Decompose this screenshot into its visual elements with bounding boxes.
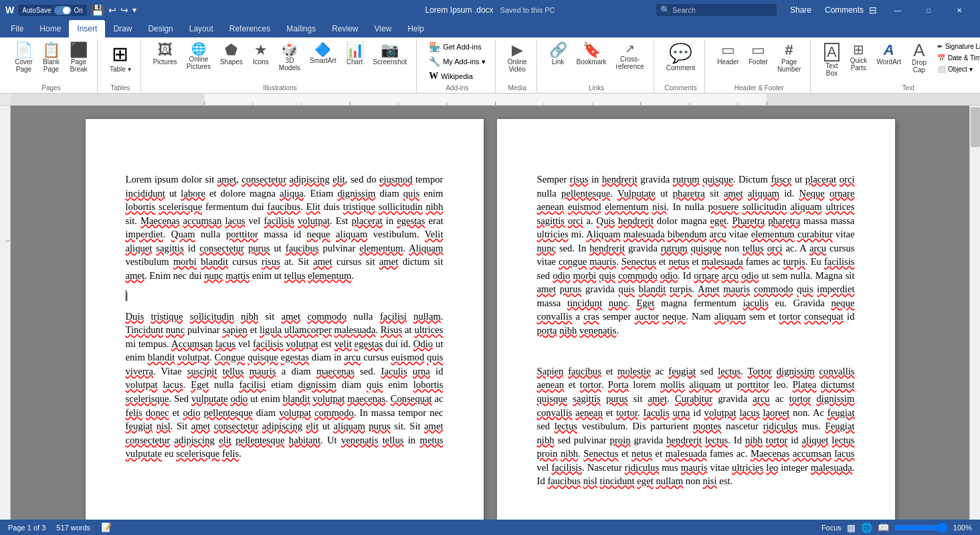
- more-commands[interactable]: ▾: [132, 5, 136, 15]
- close-button[interactable]: ✕: [944, 0, 975, 20]
- spell-elit4: elit: [219, 435, 231, 445]
- zoom-slider[interactable]: [894, 522, 948, 533]
- spell-nullam2: nullam: [656, 475, 683, 486]
- pictures-button[interactable]: 🖼 Pictures: [149, 40, 181, 68]
- tab-help[interactable]: Help: [399, 20, 432, 37]
- blank-page-button[interactable]: 📋 BlankPage: [38, 40, 64, 76]
- page-count: Page 1 of 3: [8, 524, 45, 532]
- object-button[interactable]: ⬜ Object ▾: [933, 64, 980, 74]
- comment-button[interactable]: 💬 Comment: [662, 40, 699, 73]
- status-bar: Page 1 of 3 517 words 📝 Focus ▦ 🌐 📖 100%: [0, 520, 980, 535]
- page-2[interactable]: Semper risus in hendrerit gravida rutrum…: [497, 119, 895, 535]
- tab-design[interactable]: Design: [140, 20, 181, 37]
- page-number-button[interactable]: # PageNumber: [773, 40, 805, 76]
- spell-amet7: amet: [424, 421, 443, 431]
- ribbon-group-comments: 💬 Comment Comments: [657, 40, 705, 93]
- my-addins-button[interactable]: 🔧 My Add-ins ▾: [425, 55, 489, 68]
- web-layout-icon[interactable]: 🌐: [861, 522, 872, 533]
- spell-commodo2: commodo: [314, 407, 354, 418]
- spell-faucibus1: faucibus: [268, 201, 301, 212]
- spell-quis1: quis: [403, 188, 419, 199]
- spell-aliqua: aliqua: [280, 188, 304, 199]
- autosave-badge[interactable]: AutoSave On: [18, 5, 87, 16]
- page-break-button[interactable]: ⬛ PageBreak: [66, 40, 92, 76]
- spell-odio4: odio: [553, 270, 570, 281]
- tab-references[interactable]: References: [221, 20, 278, 37]
- scrollbar-thumb[interactable]: [971, 107, 980, 147]
- 3d-models-button[interactable]: 🎲 3DModels: [275, 40, 304, 74]
- ribbon-toggle[interactable]: ⊟: [869, 5, 877, 15]
- online-video-button[interactable]: ▶ OnlineVideo: [504, 40, 531, 76]
- page-number-icon: #: [785, 43, 793, 58]
- undo-button[interactable]: ↩: [108, 5, 116, 15]
- wordart-button[interactable]: A WordArt: [872, 40, 905, 68]
- spell-odio3: odio: [183, 407, 200, 418]
- text-box-button[interactable]: A TextBox: [819, 40, 844, 80]
- spell-blandit2: blandit: [148, 352, 175, 362]
- chart-button[interactable]: 📊 Chart: [342, 40, 368, 68]
- spell-dignissim2: dignissim: [298, 379, 336, 390]
- tab-view[interactable]: View: [367, 20, 400, 37]
- spell-venenatis2: venenatis: [579, 325, 616, 336]
- spell-amet6: amet: [191, 421, 210, 431]
- footer-button[interactable]: ▭ Footer: [745, 40, 772, 68]
- search-input[interactable]: [656, 4, 777, 16]
- smartart-icon: 🔷: [314, 43, 331, 56]
- online-pictures-button[interactable]: 🌐 OnlinePictures: [183, 40, 215, 73]
- pictures-icon: 🖼: [158, 43, 173, 58]
- focus-button[interactable]: Focus: [821, 524, 842, 532]
- spell-lectus3: lectus: [705, 435, 728, 445]
- spell-scelerisque3: scelerisque: [176, 448, 219, 459]
- print-layout-icon[interactable]: ▦: [847, 522, 856, 533]
- comments-group-label: Comments: [664, 84, 696, 93]
- spell-feugiat2: feugiat: [668, 366, 696, 377]
- page1-para-empty[interactable]: |: [126, 289, 444, 303]
- comments-button[interactable]: Comments: [825, 5, 864, 15]
- maximize-button[interactable]: □: [913, 0, 944, 20]
- spell-purus2: purus: [369, 421, 391, 431]
- save-button[interactable]: 💾: [91, 4, 104, 17]
- document-area[interactable]: Lorem ipsum dolor sit amet, consectetur …: [11, 106, 969, 535]
- tab-home[interactable]: Home: [31, 20, 69, 37]
- redo-button[interactable]: ↪: [120, 5, 128, 15]
- quick-parts-button[interactable]: ⊞ QuickParts: [846, 40, 871, 74]
- cover-page-button[interactable]: 📄 CoverPage: [11, 40, 37, 76]
- share-button[interactable]: Share: [782, 3, 819, 17]
- link-button[interactable]: 🔗 Link: [545, 40, 571, 68]
- vertical-scrollbar[interactable]: [969, 106, 980, 535]
- shapes-button[interactable]: ⬟ Shapes: [216, 40, 247, 68]
- wikipedia-button[interactable]: W Wikipedia: [425, 70, 477, 83]
- minimize-button[interactable]: —: [882, 0, 913, 20]
- zoom-level[interactable]: 100%: [953, 524, 972, 532]
- smartart-button[interactable]: 🔷 SmartArt: [306, 40, 340, 67]
- spell-volutpat4: volutpat: [126, 379, 158, 390]
- icons-button[interactable]: ★ Icons: [248, 40, 274, 68]
- get-addins-button[interactable]: 🏪 Get Add-ins: [425, 40, 485, 54]
- page-1[interactable]: Lorem ipsum dolor sit amet, consectetur …: [86, 119, 484, 535]
- tab-insert[interactable]: Insert: [69, 20, 105, 37]
- spell-nunc4: nunc: [609, 298, 628, 308]
- spell-metus: metus: [419, 435, 443, 445]
- signature-line-button[interactable]: ✒ Signature Line ▾: [933, 41, 980, 51]
- tab-file[interactable]: File: [3, 20, 31, 37]
- read-mode-icon[interactable]: 📖: [878, 522, 889, 533]
- spell-amet11: amet: [648, 393, 667, 404]
- header-button[interactable]: ▭ Header: [713, 40, 743, 68]
- tab-draw[interactable]: Draw: [105, 20, 140, 37]
- proofing-icon[interactable]: 📝: [101, 522, 112, 532]
- spell-faucibus3: faucibus: [568, 366, 601, 377]
- icons-icon: ★: [254, 43, 268, 58]
- date-time-button[interactable]: 📅 Date & Time: [933, 53, 980, 63]
- tab-mailings[interactable]: Mailings: [278, 20, 324, 37]
- bookmark-button[interactable]: 🔖 Bookmark: [573, 40, 611, 68]
- screenshot-button[interactable]: 📷 Screenshot: [369, 40, 411, 68]
- tab-review[interactable]: Review: [324, 20, 366, 37]
- table-button[interactable]: ⊞ Table ▾: [106, 40, 135, 74]
- autosave-toggle[interactable]: [54, 6, 72, 15]
- cross-reference-button[interactable]: ↗ Cross-reference: [612, 40, 648, 73]
- spell-accumsan2: Accumsan: [171, 338, 213, 349]
- spell-amet10: Amet: [698, 284, 720, 294]
- spell-adipiscing: adipiscing: [289, 174, 329, 185]
- tab-layout[interactable]: Layout: [181, 20, 221, 37]
- drop-cap-button[interactable]: A DropCap: [906, 40, 932, 76]
